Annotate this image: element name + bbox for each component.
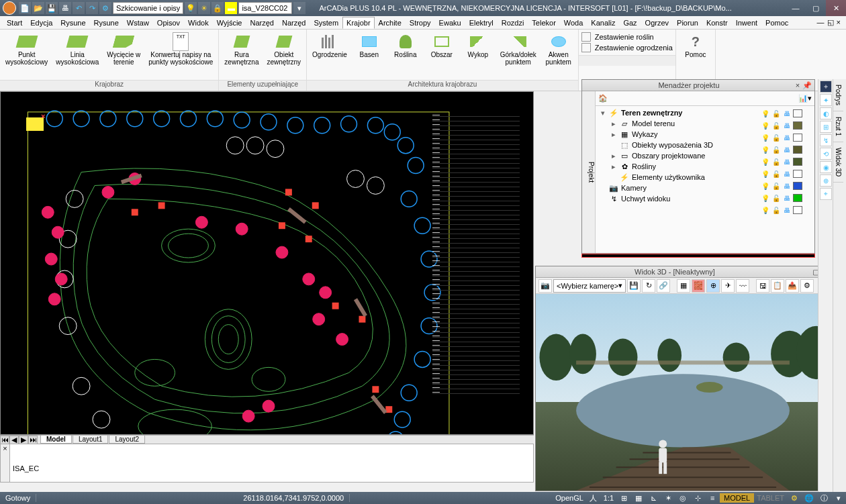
tree-row[interactable]: ↯Uchwyt widoku: [597, 193, 759, 204]
ribbon-tab-piorun[interactable]: Piorun: [673, 17, 702, 29]
tab-last-icon[interactable]: ⏭: [28, 436, 38, 444]
vtb-tool2-icon[interactable]: ◐: [820, 107, 832, 119]
print-icon[interactable]: 🖶: [782, 169, 792, 179]
color-swatch[interactable]: [793, 206, 802, 214]
maximize-button[interactable]: ▢: [806, 0, 826, 16]
ribbon-tab-rozdzi[interactable]: Rozdzi: [498, 17, 528, 29]
status-axis-icon[interactable]: 人: [586, 493, 601, 503]
ribbon-tab-rysune[interactable]: Rysune: [56, 17, 89, 29]
ribbon-button[interactable]: Wykop: [461, 32, 495, 60]
vtb-tool6-icon[interactable]: ◉: [820, 161, 832, 173]
ribbon-list-button[interactable]: Zestawienie roślin: [581, 32, 673, 42]
ribbon-button[interactable]: Obszar: [425, 32, 459, 60]
status-opengl[interactable]: OpenGL: [553, 493, 586, 503]
visibility-icon[interactable]: 💡: [761, 109, 770, 118]
ribbon-tab-archite[interactable]: Archite: [375, 17, 406, 29]
command-close-icon[interactable]: ×: [1, 444, 10, 482]
qat-redo-icon[interactable]: ↷: [86, 2, 98, 14]
ribbon-tab-stropy[interactable]: Stropy: [406, 17, 435, 29]
view3d-save-icon[interactable]: 💾: [627, 279, 641, 293]
color-swatch[interactable]: [793, 158, 802, 166]
status-lwt-icon[interactable]: ≡: [705, 493, 720, 503]
view3d-camera-icon[interactable]: 📷: [538, 279, 552, 293]
tree-row[interactable]: ⬚Obiekty wyposażenia 3D: [597, 140, 759, 150]
ribbon-tab-start[interactable]: Start: [3, 17, 26, 29]
status-world-icon[interactable]: 🌐: [802, 493, 816, 503]
ribbon-button[interactable]: Roślina: [389, 32, 422, 60]
status-model[interactable]: MODEL: [720, 493, 754, 503]
vertical-tab[interactable]: Rzut 1: [833, 111, 843, 142]
qat-print-icon[interactable]: 🖶: [59, 2, 71, 14]
qat-open-icon[interactable]: 📂: [32, 2, 44, 14]
tree-row[interactable]: ▸✿Rośliny: [597, 161, 759, 172]
ribbon-button[interactable]: Ogrodzenie: [310, 32, 350, 60]
qat-dropdown-icon[interactable]: ▾: [293, 2, 306, 14]
mdi-min-icon[interactable]: —: [817, 18, 825, 27]
visibility-icon[interactable]: 💡: [761, 169, 770, 179]
ribbon-tab-system[interactable]: System: [310, 17, 342, 29]
ribbon-tab-wstaw[interactable]: Wstaw: [123, 17, 153, 29]
color-swatch[interactable]: [793, 134, 802, 142]
ribbon-tab-gaz[interactable]: Gaz: [619, 17, 641, 29]
color-swatch[interactable]: [793, 182, 802, 190]
vtb-tool5-icon[interactable]: ⟲: [820, 148, 832, 160]
status-polar-icon[interactable]: ✶: [661, 493, 675, 503]
tree-row[interactable]: ▸▱Model terenu: [597, 118, 759, 129]
qat-save-icon[interactable]: 💾: [46, 2, 58, 14]
view3d-render[interactable]: [536, 294, 833, 491]
visibility-icon[interactable]: 💡: [761, 133, 770, 142]
tree-row[interactable]: ⚡Elementy użytkownika: [597, 172, 759, 183]
panel-close-icon[interactable]: ×: [793, 81, 802, 89]
view3d-refresh-icon[interactable]: ↻: [642, 279, 655, 293]
ribbon-tab-widok[interactable]: Widok: [184, 17, 213, 29]
view3d-grid-icon[interactable]: ▦: [677, 279, 690, 293]
layout-tab[interactable]: Layout2: [109, 436, 145, 444]
ribbon-tab-woda[interactable]: Woda: [560, 17, 588, 29]
ribbon-button[interactable]: Rurazewnętrzna: [222, 32, 261, 67]
ribbon-tab-elektryl[interactable]: Elektryl: [465, 17, 498, 29]
ribbon-tab-wyjście[interactable]: Wyjście: [213, 17, 246, 29]
status-track-icon[interactable]: ⊹: [690, 493, 705, 503]
view3d-save2-icon[interactable]: 🖫: [756, 279, 769, 293]
status-chevron-icon[interactable]: ▾: [831, 493, 846, 503]
vertical-tab[interactable]: Podrys: [833, 79, 843, 111]
lock-icon[interactable]: 🔓: [771, 121, 781, 130]
vtb-plus-icon[interactable]: ＋: [820, 81, 832, 93]
print-icon[interactable]: 🖶: [782, 121, 792, 130]
print-icon[interactable]: 🖶: [782, 145, 792, 154]
view3d-orbit-icon[interactable]: ⊕: [706, 279, 720, 293]
print-icon[interactable]: 🖶: [782, 205, 792, 215]
qat-layer-combo[interactable]: isa_V28CC02: [238, 2, 292, 14]
ribbon-tab-pomoc[interactable]: Pomoc: [761, 17, 792, 29]
ribbon-button[interactable]: Liniawysokościowa: [53, 32, 101, 67]
ribbon-tab-edycja[interactable]: Edycja: [26, 17, 56, 29]
lock-icon[interactable]: 🔓: [771, 157, 781, 166]
print-icon[interactable]: 🖶: [782, 157, 792, 166]
ribbon-button[interactable]: Górka/dołekpunktem: [498, 32, 539, 67]
vtb-tool8-icon[interactable]: ⌖: [820, 188, 832, 200]
vtb-tool7-icon[interactable]: ⊕: [820, 174, 832, 187]
view3d-settings-icon[interactable]: ⚙: [800, 279, 814, 293]
ribbon-tab-ewaku[interactable]: Ewaku: [435, 17, 465, 29]
ribbon-help-button[interactable]: ? Pomoc: [679, 32, 712, 60]
color-swatch[interactable]: [793, 194, 802, 202]
vtb-tool4-icon[interactable]: ↯: [820, 134, 832, 146]
pm-filter-icon[interactable]: 📊▾: [798, 94, 812, 103]
ribbon-tab-ogrzev[interactable]: Ogrzev: [641, 17, 673, 29]
command-line[interactable]: × ISA_EC <Executor id>: 7 Polecenie:: [0, 444, 534, 483]
qat-bulb-icon[interactable]: 💡: [185, 2, 197, 14]
view3d-link-icon[interactable]: 🔗: [657, 279, 670, 293]
ribbon-tab-inwent[interactable]: Inwent: [732, 17, 761, 29]
visibility-icon[interactable]: 💡: [761, 205, 770, 215]
visibility-icon[interactable]: 💡: [761, 121, 770, 130]
qat-layer-icon[interactable]: ▬: [225, 2, 237, 14]
layout-tab[interactable]: Model: [40, 436, 72, 444]
view3d-camera-combo[interactable]: <Wybierz kamerę>▾: [553, 279, 626, 293]
mdi-close-icon[interactable]: ×: [837, 18, 841, 27]
vtb-tool3-icon[interactable]: ⊞: [820, 121, 832, 133]
ribbon-button[interactable]: Punktwysokościowy: [3, 32, 50, 67]
visibility-icon[interactable]: 💡: [761, 193, 770, 203]
status-ortho-icon[interactable]: ⊾: [646, 493, 661, 503]
tab-next-icon[interactable]: ▶: [19, 436, 28, 444]
ribbon-button[interactable]: Akwenpunktem: [542, 32, 575, 67]
